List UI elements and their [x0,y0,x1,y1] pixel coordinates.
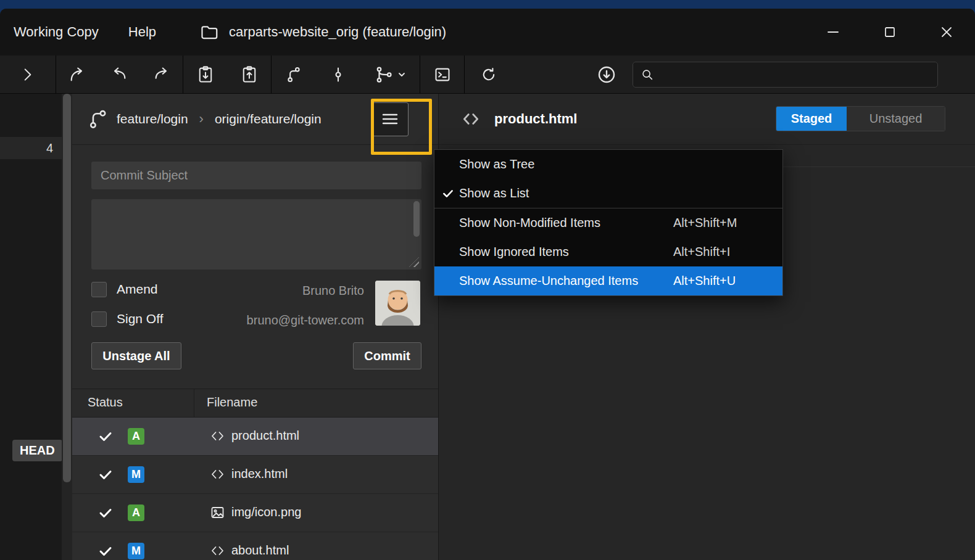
tab-staged[interactable]: Staged [776,107,847,131]
menu-item-show-ignored[interactable]: Show Ignored Items Alt+Shift+I [434,237,782,266]
commit-button-label: Commit [364,349,410,363]
push-button[interactable] [152,56,171,94]
application-window: Working Copy Help carparts-website_orig … [0,9,975,560]
graph-scrollbar[interactable] [62,94,72,560]
search-box[interactable] [633,62,938,88]
signoff-label: Sign Off [117,311,164,326]
amend-row: Amend [91,281,158,298]
stash-apply-button[interactable] [241,56,258,94]
stage-tabs: Staged Unstaged [776,106,945,131]
commit-subject-input[interactable] [91,162,421,189]
breadcrumb-chevron-icon: › [197,111,206,127]
annotation-highlight-box [371,99,432,155]
menu-item-label: Show Assume-Unchanged Items [459,274,638,288]
table-row[interactable]: A img/icon.png [72,494,438,532]
menu-item-show-as-list[interactable]: Show as List [434,179,782,208]
commit-graph-row[interactable]: 4 [0,137,62,159]
tab-unstaged[interactable]: Unstaged [847,107,945,131]
chevron-down-icon [397,70,406,79]
menu-item-show-non-modified[interactable]: Show Non-Modified Items Alt+Shift+M [434,208,782,237]
avatar [375,281,420,326]
toolbar [0,56,975,94]
menu-item-label: Show Ignored Items [459,245,569,259]
table-row[interactable]: A product.html [72,418,438,456]
staged-check-icon[interactable] [98,429,113,444]
commit-button[interactable]: Commit [353,342,421,369]
menu-item-shortcut: Alt+Shift+M [673,216,737,230]
code-file-icon [209,429,226,443]
menu-item-show-assume-unchanged[interactable]: Show Assume-Unchanged Items Alt+Shift+U [434,266,782,295]
view-options-context-menu: Show as Tree Show as List Show Non-Modif… [434,149,783,296]
branch-button-group [272,56,420,94]
menu-working-copy-label: Working Copy [14,24,99,40]
table-row[interactable]: M index.html [72,456,438,494]
menu-item-label: Show Non-Modified Items [459,216,600,230]
stash-button-group [183,56,271,94]
amend-label: Amend [117,282,158,297]
staged-check-icon[interactable] [98,544,113,559]
minimize-button[interactable] [805,9,861,56]
current-branch-label[interactable]: feature/login [117,112,188,126]
author-name-label: Bruno Brito [204,284,364,298]
menu-item-label: Show as Tree [459,157,534,171]
image-file-icon [209,505,226,520]
status-badge: M [128,543,144,559]
window-controls [805,9,975,56]
fetch-button[interactable] [68,56,86,94]
status-badge: A [128,428,144,445]
tab-unstaged-label: Unstaged [869,112,923,126]
commit-message-textarea[interactable] [91,199,421,270]
status-column-header[interactable]: Status [88,395,123,410]
signoff-checkbox[interactable] [91,311,107,327]
app-root: Working Copy Help carparts-website_orig … [0,0,975,560]
search-icon [641,68,654,81]
menu-help-label: Help [128,24,156,40]
search-input[interactable] [660,68,930,81]
detail-header: product.html Staged Unstaged [439,94,975,145]
check-icon [442,187,454,200]
column-divider[interactable] [194,389,194,417]
refresh-button[interactable] [465,56,512,94]
repo-title: carparts-website_orig (feature/login) [201,24,446,40]
signoff-row: Sign Off [91,310,164,327]
tab-staged-label: Staged [791,112,832,126]
merge-button[interactable] [374,56,406,94]
git-branch-icon [87,109,108,130]
staged-check-icon[interactable] [98,506,113,521]
filename-column-header[interactable]: Filename [207,395,257,410]
code-file-icon [460,110,482,128]
close-button[interactable] [918,9,975,56]
menu-item-show-as-tree[interactable]: Show as Tree [434,150,782,179]
staged-check-icon[interactable] [98,467,113,482]
head-badge: HEAD [12,440,62,461]
collapse-sidebar-button[interactable] [0,56,56,94]
detail-filename-label: product.html [494,111,577,127]
amend-checkbox[interactable] [91,282,107,297]
table-row[interactable]: M about.html [72,532,438,560]
filename-label: img/icon.png [231,505,301,519]
resize-grip[interactable] [409,257,419,267]
author-email-label: bruno@git-tower.com [204,313,364,327]
tracking-branch-label[interactable]: origin/feature/login [215,112,322,126]
folder-icon [201,24,219,40]
commit-graph-sidebar: 4 HEAD [0,94,62,560]
file-table-header: Status Filename [72,389,438,418]
message-scrollbar-thumb[interactable] [413,201,420,237]
graph-scrollbar-thumb[interactable] [63,94,71,482]
unstage-all-label: Unstage All [102,349,170,363]
title-bar: Working Copy Help carparts-website_orig … [0,9,975,56]
branch-button[interactable] [285,56,302,94]
updates-button[interactable] [594,56,619,94]
unstage-all-button[interactable]: Unstage All [91,342,181,369]
menu-working-copy[interactable]: Working Copy [0,9,114,56]
stash-save-button[interactable] [197,56,214,94]
code-file-icon [209,467,226,482]
menu-item-label: Show as List [459,186,529,200]
menu-help[interactable]: Help [114,9,171,56]
menu-item-shortcut: Alt+Shift+I [673,245,730,259]
terminal-button[interactable] [420,56,464,94]
pull-button[interactable] [110,56,128,94]
filename-label: product.html [231,429,299,443]
tag-button[interactable] [330,56,347,94]
maximize-button[interactable] [861,9,918,56]
